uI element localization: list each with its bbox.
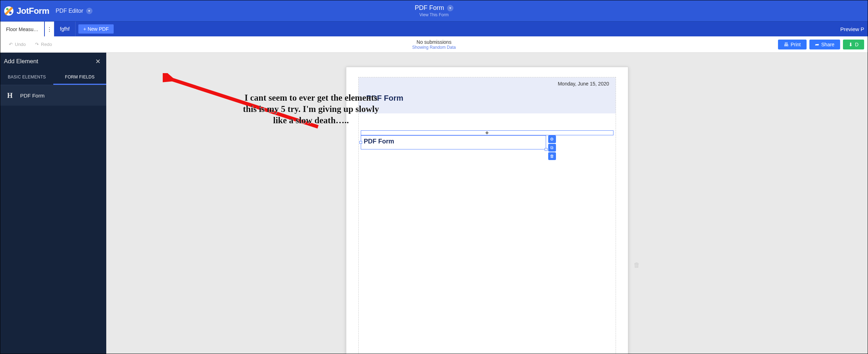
field-actions: ⚙ ⧉ 🗑 <box>548 135 556 160</box>
redo-icon: ↷ <box>35 42 39 47</box>
undo-label: Undo <box>15 42 26 47</box>
field-duplicate-button[interactable]: ⧉ <box>548 144 556 152</box>
close-icon[interactable]: ✕ <box>95 58 101 65</box>
delete-page-icon[interactable]: 🗑 <box>634 261 640 269</box>
panel-title: Add Element <box>4 58 38 65</box>
print-button[interactable]: 🖶 Print <box>778 40 807 49</box>
selected-field[interactable]: PDF Form <box>361 135 546 149</box>
logo[interactable]: JotForm <box>0 6 49 16</box>
redo-label: Redo <box>41 42 52 47</box>
panel-tabs: BASIC ELEMENTS FORM FIELDS <box>0 70 106 85</box>
preview-button[interactable]: Preview P <box>840 22 864 36</box>
selected-field-text: PDF Form <box>364 138 394 145</box>
tab-floor-measurement[interactable]: Floor Measu… <box>0 22 44 36</box>
share-icon: ➦ <box>815 42 819 47</box>
tab-label: fgfhf <box>60 26 70 32</box>
svg-point-2 <box>9 11 12 14</box>
main-area: Add Element ✕ BASIC ELEMENTS FORM FIELDS… <box>0 53 868 354</box>
chevron-down-icon: ▾ <box>86 8 92 14</box>
resize-handle-left[interactable] <box>359 141 362 144</box>
submissions-status: No submissions Showing Random Data <box>412 39 456 50</box>
download-label: D <box>855 42 858 47</box>
page-grid: Monday, June 15, 2020 PDF Form PDF Form <box>358 77 616 354</box>
annotation-text: I cant seem to ever get the elements thi… <box>240 92 382 126</box>
share-label: Share <box>821 42 834 47</box>
logo-text: JotForm <box>17 6 49 16</box>
no-submissions-label: No submissions <box>412 39 456 45</box>
selected-field-wrap: PDF Form ⚙ ⧉ � <box>361 130 613 160</box>
tab-fgfhf[interactable]: fgfhf <box>54 22 76 36</box>
page-title: PDF Form <box>366 94 608 103</box>
tab-basic-elements[interactable]: BASIC ELEMENTS <box>0 70 53 85</box>
toolbar-actions: 🖶 Print ➦ Share ⬇ D <box>778 40 864 49</box>
add-element-panel: Add Element ✕ BASIC ELEMENTS FORM FIELDS… <box>0 53 106 354</box>
editor-switcher[interactable]: PDF Editor ▾ <box>56 8 92 14</box>
kebab-menu-icon[interactable]: ⋮ <box>45 22 54 36</box>
undo-redo-group: ↶ Undo ↷ Redo <box>0 40 55 49</box>
panel-header: Add Element ✕ <box>0 53 106 70</box>
trash-icon: 🗑 <box>550 154 554 159</box>
copy-icon: ⧉ <box>550 145 553 150</box>
field-settings-button[interactable]: ⚙ <box>548 135 556 143</box>
tab-label: Floor Measu… <box>6 26 38 32</box>
element-item-label: PDF Form <box>20 93 44 99</box>
app-root: JotForm PDF Editor ▾ PDF Form ▾ View Thi… <box>0 0 868 354</box>
header-bar: JotForm PDF Editor ▾ PDF Form ▾ View Thi… <box>0 0 868 22</box>
header-element-icon: H <box>5 90 15 101</box>
page-header-block[interactable]: Monday, June 15, 2020 PDF Form <box>359 77 616 113</box>
download-button[interactable]: ⬇ D <box>843 40 864 49</box>
canvas-area[interactable]: I cant seem to ever get the elements thi… <box>106 53 868 354</box>
resize-handle-bottom-right[interactable] <box>545 148 547 151</box>
new-pdf-label: + New PDF <box>83 26 109 32</box>
chevron-down-icon[interactable]: ▾ <box>447 5 453 11</box>
page-date: Monday, June 15, 2020 <box>558 81 609 87</box>
print-icon: 🖶 <box>784 42 789 47</box>
redo-button[interactable]: ↷ Redo <box>31 40 55 49</box>
svg-point-1 <box>6 8 8 10</box>
pdf-page[interactable]: 🗑 Monday, June 15, 2020 PDF Form PDF For… <box>346 67 628 354</box>
move-handle[interactable] <box>361 130 613 135</box>
undo-button[interactable]: ↶ Undo <box>5 40 29 49</box>
undo-icon: ↶ <box>9 42 13 47</box>
tab-form-fields[interactable]: FORM FIELDS <box>53 70 106 85</box>
jotform-logo-icon <box>4 6 14 16</box>
gear-icon: ⚙ <box>550 137 554 142</box>
field-delete-button[interactable]: 🗑 <box>548 152 556 160</box>
view-form-link[interactable]: View This Form <box>415 12 453 17</box>
element-item-pdf-form[interactable]: H PDF Form <box>0 85 106 106</box>
document-title[interactable]: PDF Form <box>415 4 444 12</box>
header-center: PDF Form ▾ View This Form <box>415 4 453 17</box>
new-pdf-button[interactable]: + New PDF <box>78 24 114 34</box>
download-icon: ⬇ <box>849 42 853 47</box>
editor-label: PDF Editor <box>56 8 83 14</box>
share-button[interactable]: ➦ Share <box>809 40 840 49</box>
random-data-link[interactable]: Showing Random Data <box>412 45 456 50</box>
toolbar: ↶ Undo ↷ Redo No submissions Showing Ran… <box>0 36 868 53</box>
preview-label: Preview P <box>840 26 864 32</box>
print-label: Print <box>791 42 801 47</box>
tabs-bar: Floor Measu… ⋮ fgfhf + New PDF Preview P <box>0 22 868 36</box>
